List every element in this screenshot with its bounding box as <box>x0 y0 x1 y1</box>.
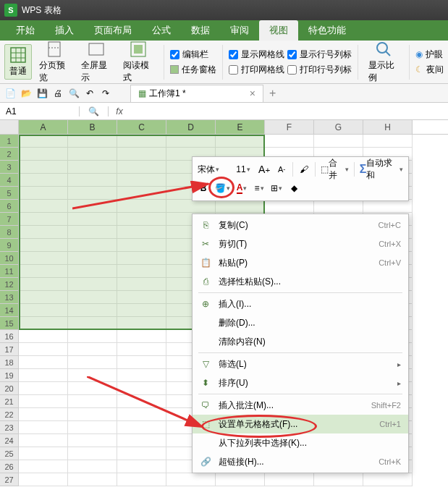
ctx-clear[interactable]: 清除内容(N) <box>193 332 408 351</box>
row-header[interactable]: 24 <box>0 434 19 447</box>
align-button[interactable]: ≡▾ <box>251 180 267 196</box>
row-header[interactable]: 8 <box>0 226 19 239</box>
tab-data[interactable]: 数据 <box>181 20 220 41</box>
row-header[interactable]: 7 <box>0 213 19 226</box>
cell[interactable] <box>117 187 166 200</box>
cell[interactable] <box>68 356 117 369</box>
row-header[interactable]: 13 <box>0 291 19 304</box>
ctx-delete[interactable]: 删除(D)... <box>193 313 408 332</box>
row-header[interactable]: 22 <box>0 408 19 421</box>
cell[interactable] <box>265 200 314 213</box>
cell[interactable] <box>117 343 166 356</box>
decrease-font-button[interactable]: A- <box>274 161 289 177</box>
zoom-button[interactable]: 显示比例 <box>364 41 403 84</box>
cell[interactable] <box>19 330 68 343</box>
row-header[interactable]: 3 <box>0 161 19 174</box>
ctx-hyperlink[interactable]: 🔗超链接(H)...Ctrl+K <box>193 452 408 471</box>
editbar-checkbox[interactable]: 编辑栏 <box>170 48 216 61</box>
ctx-paste[interactable]: 📋粘贴(P)Ctrl+V <box>193 253 408 272</box>
clear-format-button[interactable]: ◆ <box>286 180 302 196</box>
cell[interactable] <box>19 174 68 187</box>
show-rowcol-checkbox[interactable]: 显示行号列标 <box>287 48 352 61</box>
close-tab-icon[interactable]: × <box>250 88 255 99</box>
fill-color-button[interactable]: 🪣▾ <box>213 180 232 196</box>
cell[interactable] <box>68 200 117 213</box>
merge-button[interactable]: ⬚合并▾ <box>318 161 351 177</box>
cell[interactable] <box>117 317 166 330</box>
cell[interactable] <box>117 395 166 408</box>
search-fx-icon[interactable]: 🔍 <box>80 106 109 117</box>
row-header[interactable]: 10 <box>0 252 19 265</box>
cell[interactable] <box>68 460 117 473</box>
font-color-button[interactable]: A▾ <box>234 180 250 196</box>
cell[interactable] <box>68 239 117 252</box>
cell[interactable] <box>117 174 166 187</box>
cell[interactable] <box>19 304 68 317</box>
ctx-insert[interactable]: ⊕插入(I)... <box>193 295 408 313</box>
cell[interactable] <box>117 382 166 395</box>
cell[interactable] <box>68 421 117 434</box>
font-size-dropdown[interactable]: 11▾ <box>232 161 255 177</box>
tab-formula[interactable]: 公式 <box>142 20 181 41</box>
font-family-dropdown[interactable]: 宋体▾ <box>195 161 230 177</box>
cell[interactable] <box>363 473 413 486</box>
cell[interactable] <box>68 330 117 343</box>
cell[interactable] <box>166 135 216 148</box>
cell[interactable] <box>19 200 68 213</box>
open-icon[interactable]: 📂 <box>20 88 32 99</box>
ctx-comment[interactable]: 🗨插入批注(M)...Shift+F2 <box>193 396 408 415</box>
cell[interactable] <box>117 278 166 291</box>
select-all-corner[interactable] <box>0 120 19 134</box>
row-header[interactable]: 5 <box>0 187 19 200</box>
cell[interactable] <box>19 148 68 161</box>
increase-font-button[interactable]: A+ <box>256 161 272 177</box>
cell[interactable] <box>68 148 117 161</box>
eyecare-button[interactable]: ◉护眼 <box>415 48 444 61</box>
cell[interactable] <box>166 473 216 486</box>
cell[interactable] <box>19 356 68 369</box>
col-header-G[interactable]: G <box>314 120 363 134</box>
row-header[interactable]: 27 <box>0 473 19 486</box>
cell[interactable] <box>117 330 166 343</box>
row-header[interactable]: 11 <box>0 265 19 278</box>
col-header-H[interactable]: H <box>363 120 413 134</box>
cell[interactable] <box>19 434 68 447</box>
cell[interactable] <box>314 473 363 486</box>
page-preview-button[interactable]: 分页预览 <box>35 41 74 84</box>
ctx-filter[interactable]: ▽筛选(L)▸ <box>193 355 408 373</box>
row-header[interactable]: 19 <box>0 369 19 382</box>
cell[interactable] <box>19 135 68 148</box>
cell[interactable] <box>363 135 413 148</box>
redo-icon[interactable]: ↷ <box>100 88 111 99</box>
cell[interactable] <box>117 447 166 460</box>
row-header[interactable]: 2 <box>0 148 19 161</box>
tab-special[interactable]: 特色功能 <box>298 20 356 41</box>
print-rowcol-checkbox[interactable]: 打印行号列标 <box>287 64 352 76</box>
fullscreen-button[interactable]: 全屏显示 <box>77 41 116 84</box>
row-header[interactable]: 1 <box>0 135 19 148</box>
cell[interactable] <box>117 226 166 239</box>
fx-icon[interactable]: fx <box>109 106 130 117</box>
cell[interactable] <box>117 304 166 317</box>
col-header-E[interactable]: E <box>216 120 265 134</box>
bold-button[interactable]: B <box>195 180 211 196</box>
row-header[interactable]: 12 <box>0 278 19 291</box>
col-header-A[interactable]: A <box>19 120 68 134</box>
cell[interactable] <box>19 408 68 421</box>
cell[interactable] <box>19 278 68 291</box>
cell[interactable] <box>68 161 117 174</box>
row-header[interactable]: 4 <box>0 174 19 187</box>
autosum-button[interactable]: Σ自动求和▾ <box>358 161 405 177</box>
ctx-cut[interactable]: ✂剪切(T)Ctrl+X <box>193 234 408 253</box>
cell[interactable] <box>117 161 166 174</box>
new-icon[interactable]: 📄 <box>4 88 16 99</box>
cell[interactable] <box>166 200 216 213</box>
cell[interactable] <box>117 369 166 382</box>
cell[interactable] <box>265 473 314 486</box>
cell[interactable] <box>68 187 117 200</box>
tab-review[interactable]: 审阅 <box>220 20 259 41</box>
row-header[interactable]: 6 <box>0 200 19 213</box>
editbar-check-input[interactable] <box>170 50 179 59</box>
cell[interactable] <box>117 213 166 226</box>
cell[interactable] <box>68 265 117 278</box>
